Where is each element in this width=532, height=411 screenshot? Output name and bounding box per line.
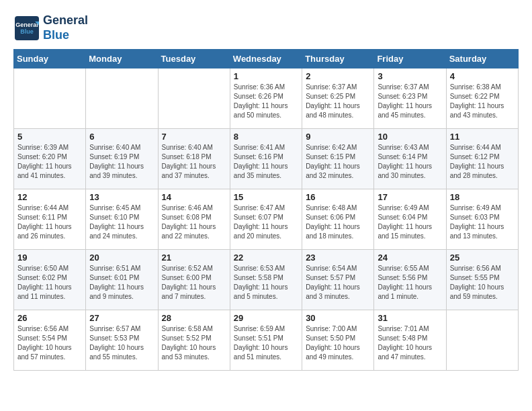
calendar-cell: 14Sunrise: 6:46 AM Sunset: 6:08 PM Dayli… (158, 189, 230, 250)
calendar-cell: 24Sunrise: 6:55 AM Sunset: 5:56 PM Dayli… (374, 250, 446, 310)
day-info: Sunrise: 6:36 AM Sunset: 6:26 PM Dayligh… (234, 83, 298, 120)
calendar-cell: 28Sunrise: 6:58 AM Sunset: 5:52 PM Dayli… (158, 310, 230, 371)
logo-text-blue: Blue (43, 28, 88, 43)
day-number: 20 (89, 253, 154, 263)
calendar-cell: 29Sunrise: 6:59 AM Sunset: 5:51 PM Dayli… (230, 310, 302, 371)
calendar-cell: 16Sunrise: 6:48 AM Sunset: 6:06 PM Dayli… (302, 189, 374, 250)
calendar-cell: 3Sunrise: 6:37 AM Sunset: 6:23 PM Daylig… (374, 68, 446, 129)
col-header-monday: Monday (86, 50, 158, 68)
day-info: Sunrise: 6:42 AM Sunset: 6:15 PM Dayligh… (306, 143, 370, 181)
day-number: 31 (378, 313, 442, 323)
day-info: Sunrise: 6:48 AM Sunset: 6:06 PM Dayligh… (306, 203, 370, 241)
day-info: Sunrise: 6:49 AM Sunset: 6:04 PM Dayligh… (378, 203, 442, 241)
day-info: Sunrise: 6:45 AM Sunset: 6:10 PM Dayligh… (89, 203, 154, 241)
calendar-cell: 1Sunrise: 6:36 AM Sunset: 6:26 PM Daylig… (230, 68, 302, 129)
calendar-cell: 17Sunrise: 6:49 AM Sunset: 6:04 PM Dayli… (374, 189, 446, 250)
day-number: 26 (17, 313, 82, 323)
svg-text:Blue: Blue (20, 28, 34, 35)
day-number: 4 (450, 71, 515, 81)
day-info: Sunrise: 7:01 AM Sunset: 5:48 PM Dayligh… (378, 324, 442, 362)
day-info: Sunrise: 6:49 AM Sunset: 6:03 PM Dayligh… (450, 203, 515, 241)
page-header: General Blue General Blue (13, 13, 519, 42)
day-number: 24 (378, 253, 442, 263)
day-number: 27 (89, 313, 154, 323)
day-info: Sunrise: 6:54 AM Sunset: 5:57 PM Dayligh… (306, 264, 370, 302)
day-number: 22 (234, 253, 298, 263)
day-info: Sunrise: 6:38 AM Sunset: 6:22 PM Dayligh… (450, 83, 515, 120)
day-number: 15 (234, 192, 298, 202)
col-header-saturday: Saturday (446, 50, 518, 68)
calendar-cell: 19Sunrise: 6:50 AM Sunset: 6:02 PM Dayli… (14, 250, 86, 310)
day-info: Sunrise: 6:58 AM Sunset: 5:52 PM Dayligh… (162, 324, 226, 362)
calendar-week-2: 5Sunrise: 6:39 AM Sunset: 6:20 PM Daylig… (14, 129, 519, 189)
day-info: Sunrise: 6:40 AM Sunset: 6:19 PM Dayligh… (89, 143, 154, 181)
day-number: 21 (162, 253, 226, 263)
day-number: 18 (450, 192, 515, 202)
day-number: 3 (378, 71, 442, 81)
col-header-friday: Friday (374, 50, 446, 68)
calendar-cell (86, 68, 158, 129)
calendar-cell: 7Sunrise: 6:40 AM Sunset: 6:18 PM Daylig… (158, 129, 230, 189)
calendar-cell: 5Sunrise: 6:39 AM Sunset: 6:20 PM Daylig… (14, 129, 86, 189)
calendar-cell: 25Sunrise: 6:56 AM Sunset: 5:55 PM Dayli… (446, 250, 518, 310)
calendar-week-3: 12Sunrise: 6:44 AM Sunset: 6:11 PM Dayli… (14, 189, 519, 250)
calendar-cell: 11Sunrise: 6:44 AM Sunset: 6:12 PM Dayli… (446, 129, 518, 189)
calendar-cell: 13Sunrise: 6:45 AM Sunset: 6:10 PM Dayli… (86, 189, 158, 250)
calendar-cell: 9Sunrise: 6:42 AM Sunset: 6:15 PM Daylig… (302, 129, 374, 189)
day-number: 8 (234, 132, 298, 142)
day-info: Sunrise: 6:56 AM Sunset: 5:55 PM Dayligh… (450, 264, 515, 302)
calendar-cell: 23Sunrise: 6:54 AM Sunset: 5:57 PM Dayli… (302, 250, 374, 310)
calendar-cell: 18Sunrise: 6:49 AM Sunset: 6:03 PM Dayli… (446, 189, 518, 250)
day-number: 30 (306, 313, 370, 323)
calendar-cell: 21Sunrise: 6:52 AM Sunset: 6:00 PM Dayli… (158, 250, 230, 310)
day-number: 25 (450, 253, 515, 263)
day-number: 11 (450, 132, 515, 142)
day-number: 19 (17, 253, 82, 263)
svg-text:General: General (15, 21, 38, 28)
day-number: 29 (234, 313, 298, 323)
day-info: Sunrise: 6:43 AM Sunset: 6:14 PM Dayligh… (378, 143, 442, 181)
calendar-cell: 4Sunrise: 6:38 AM Sunset: 6:22 PM Daylig… (446, 68, 518, 129)
day-info: Sunrise: 6:44 AM Sunset: 6:11 PM Dayligh… (17, 203, 82, 241)
day-number: 17 (378, 192, 442, 202)
day-info: Sunrise: 6:55 AM Sunset: 5:56 PM Dayligh… (378, 264, 442, 302)
calendar-cell: 26Sunrise: 6:56 AM Sunset: 5:54 PM Dayli… (14, 310, 86, 371)
calendar-cell: 12Sunrise: 6:44 AM Sunset: 6:11 PM Dayli… (14, 189, 86, 250)
col-header-tuesday: Tuesday (158, 50, 230, 68)
calendar-cell: 10Sunrise: 6:43 AM Sunset: 6:14 PM Dayli… (374, 129, 446, 189)
logo: General Blue General Blue (13, 13, 88, 42)
day-info: Sunrise: 7:00 AM Sunset: 5:50 PM Dayligh… (306, 324, 370, 362)
calendar-week-4: 19Sunrise: 6:50 AM Sunset: 6:02 PM Dayli… (14, 250, 519, 310)
day-number: 10 (378, 132, 442, 142)
calendar-cell (158, 68, 230, 129)
calendar-cell (446, 310, 518, 371)
col-header-wednesday: Wednesday (230, 50, 302, 68)
logo-text-general: General (43, 13, 88, 28)
day-info: Sunrise: 6:39 AM Sunset: 6:20 PM Dayligh… (17, 143, 82, 181)
calendar-cell: 31Sunrise: 7:01 AM Sunset: 5:48 PM Dayli… (374, 310, 446, 371)
day-number: 14 (162, 192, 226, 202)
day-info: Sunrise: 6:37 AM Sunset: 6:25 PM Dayligh… (306, 83, 370, 120)
day-info: Sunrise: 6:56 AM Sunset: 5:54 PM Dayligh… (17, 324, 82, 362)
day-number: 23 (306, 253, 370, 263)
day-number: 16 (306, 192, 370, 202)
calendar-cell: 6Sunrise: 6:40 AM Sunset: 6:19 PM Daylig… (86, 129, 158, 189)
calendar-cell: 8Sunrise: 6:41 AM Sunset: 6:16 PM Daylig… (230, 129, 302, 189)
day-info: Sunrise: 6:47 AM Sunset: 6:07 PM Dayligh… (234, 203, 298, 241)
day-info: Sunrise: 6:46 AM Sunset: 6:08 PM Dayligh… (162, 203, 226, 241)
day-info: Sunrise: 6:53 AM Sunset: 5:58 PM Dayligh… (234, 264, 298, 302)
day-number: 9 (306, 132, 370, 142)
day-number: 5 (17, 132, 82, 142)
calendar-cell (14, 68, 86, 129)
day-info: Sunrise: 6:51 AM Sunset: 6:01 PM Dayligh… (89, 264, 154, 302)
col-header-thursday: Thursday (302, 50, 374, 68)
day-number: 2 (306, 71, 370, 81)
day-info: Sunrise: 6:44 AM Sunset: 6:12 PM Dayligh… (450, 143, 515, 181)
calendar-week-5: 26Sunrise: 6:56 AM Sunset: 5:54 PM Dayli… (14, 310, 519, 371)
day-info: Sunrise: 6:59 AM Sunset: 5:51 PM Dayligh… (234, 324, 298, 362)
day-info: Sunrise: 6:57 AM Sunset: 5:53 PM Dayligh… (89, 324, 154, 362)
calendar-cell: 20Sunrise: 6:51 AM Sunset: 6:01 PM Dayli… (86, 250, 158, 310)
day-number: 6 (89, 132, 154, 142)
calendar-cell: 30Sunrise: 7:00 AM Sunset: 5:50 PM Dayli… (302, 310, 374, 371)
day-info: Sunrise: 6:50 AM Sunset: 6:02 PM Dayligh… (17, 264, 82, 302)
